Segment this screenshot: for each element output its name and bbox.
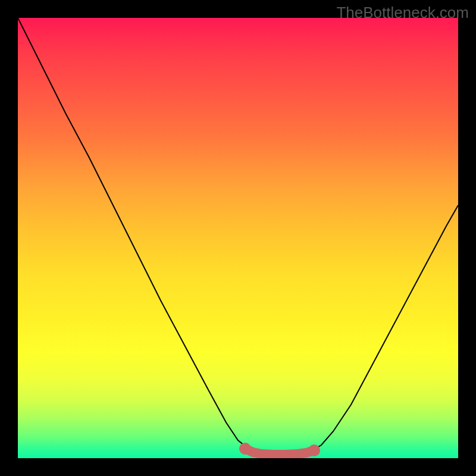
watermark-text: TheBottleneck.com xyxy=(336,4,469,22)
highlight-path xyxy=(245,449,314,455)
highlight-dot-right xyxy=(308,444,320,456)
highlight-dot-left xyxy=(239,443,251,455)
minimum-highlight xyxy=(18,18,458,458)
